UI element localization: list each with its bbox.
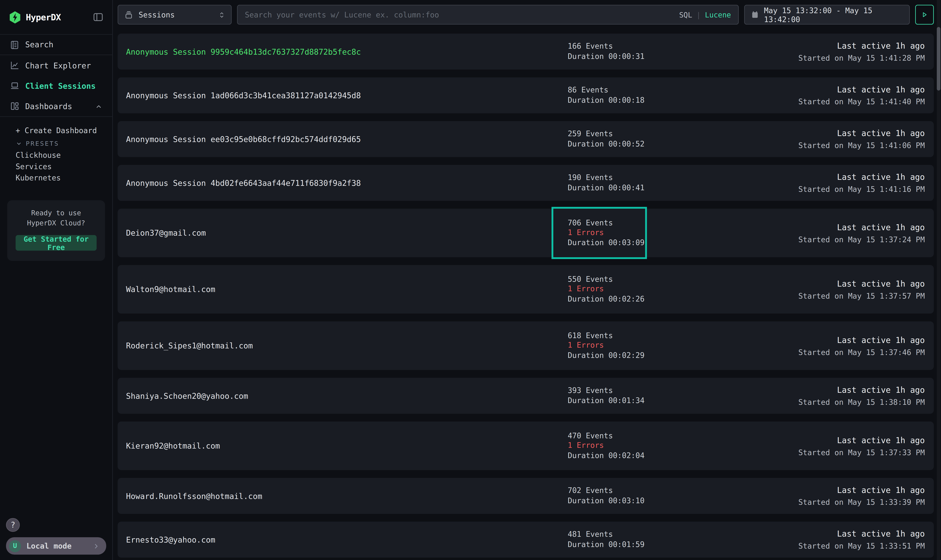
query-language-toggle: SQL | Lucene [679, 11, 731, 19]
session-events: 470 Events [568, 431, 645, 440]
session-times: Last active 1h ago Started on May 15 1:3… [798, 335, 925, 356]
session-events: 481 Events [568, 530, 645, 539]
session-times: Last active 1h ago Started on May 15 1:4… [798, 128, 925, 150]
session-started: Started on May 15 1:37:57 PM [798, 291, 925, 300]
preset-item-kubernetes[interactable]: Kubernetes [15, 172, 112, 183]
session-stats: 481 Events Duration 00:01:59 [568, 530, 645, 549]
session-duration: Duration 00:03:10 [568, 497, 645, 505]
session-row[interactable]: Ernesto33@yahoo.com 481 Events Duration … [117, 522, 933, 558]
presets-toggle[interactable]: PRESETS [15, 137, 112, 149]
sidebar-item-chart-explorer[interactable]: Chart Explorer [0, 55, 112, 75]
sidebar-item-label: Client Sessions [25, 81, 96, 90]
preset-item-services[interactable]: Services [15, 161, 112, 172]
session-events: 259 Events [568, 130, 645, 138]
session-row[interactable]: Roderick_Sipes1@hotmail.com 618 Events 1… [117, 322, 933, 370]
session-events: 393 Events [568, 386, 645, 395]
session-duration: Duration 00:02:26 [568, 295, 645, 304]
session-duration: Duration 00:02:04 [568, 451, 645, 460]
sidebar: HyperDX Search [0, 0, 113, 560]
session-stats: 259 Events Duration 00:00:52 [568, 130, 645, 148]
session-last-active: Last active 1h ago [837, 128, 925, 138]
sidebar-item-search[interactable]: Search [0, 35, 112, 55]
session-last-active: Last active 1h ago [837, 222, 925, 232]
session-duration: Duration 00:00:31 [568, 52, 645, 61]
session-row[interactable]: Anonymous Session ee03c95e0b68cffd92bc57… [117, 121, 933, 157]
session-row[interactable]: Anonymous Session 1ad066d3c3b41cea381127… [117, 77, 933, 113]
cloud-promo-text: Ready to use HyperDX Cloud? [15, 208, 97, 229]
session-started: Started on May 15 1:37:46 PM [798, 348, 925, 356]
chevron-down-icon [15, 140, 22, 147]
session-row[interactable]: Shaniya.Schoen20@yahoo.com 393 Events Du… [117, 378, 933, 414]
calendar-icon [751, 10, 759, 19]
session-started: Started on May 15 1:41:16 PM [798, 185, 925, 194]
session-duration: Duration 00:01:59 [568, 540, 645, 549]
session-last-active: Last active 1h ago [837, 41, 925, 51]
session-times: Last active 1h ago Started on May 15 1:4… [798, 172, 925, 194]
session-name: Shaniya.Schoen20@yahoo.com [126, 391, 248, 400]
create-dashboard-button[interactable]: + Create Dashboard [15, 124, 112, 136]
sessions-stack-icon [124, 10, 133, 20]
session-events: 618 Events [568, 331, 645, 340]
run-query-button[interactable] [915, 5, 934, 25]
session-last-active: Last active 1h ago [837, 85, 925, 94]
session-started: Started on May 15 1:41:40 PM [798, 97, 925, 106]
session-started: Started on May 15 1:33:51 PM [798, 542, 925, 550]
session-times: Last active 1h ago Started on May 15 1:4… [798, 41, 925, 62]
hyperdx-logo-icon [9, 11, 21, 24]
chevron-up-icon[interactable] [95, 102, 103, 110]
local-mode-button[interactable]: U Local mode [6, 537, 106, 555]
session-stats: 86 Events Duration 00:00:18 [568, 86, 645, 105]
sidebar-nav: Search Chart Explorer Cl [0, 34, 112, 117]
lucene-toggle[interactable]: Lucene [705, 11, 731, 19]
search-input[interactable] [245, 10, 673, 19]
session-events: 702 Events [568, 486, 645, 495]
session-started: Started on May 15 1:38:10 PM [798, 398, 925, 406]
session-errors: 1 Errors [568, 442, 645, 450]
session-name: Anonymous Session 4bd02fe6643aaf44e711f6… [126, 178, 361, 188]
session-times: Last active 1h ago Started on May 15 1:3… [798, 529, 925, 550]
language-divider: | [696, 11, 701, 19]
session-row[interactable]: Kieran92@hotmail.com 470 Events 1 Errors… [117, 422, 933, 470]
source-select[interactable]: Sessions [117, 5, 231, 25]
sidebar-item-client-sessions[interactable]: Client Sessions [0, 75, 112, 96]
session-duration: Duration 00:02:29 [568, 351, 645, 360]
sidebar-item-label: Chart Explorer [25, 61, 91, 70]
session-row[interactable]: Howard.Runolfsson@hotmail.com 702 Events… [117, 478, 933, 514]
dashboards-submenu: + Create Dashboard PRESETS Clickhouse Se… [0, 117, 112, 183]
session-row[interactable]: Walton9@hotmail.com 550 Events 1 Errors … [117, 265, 933, 314]
session-duration: Duration 00:00:41 [568, 183, 645, 192]
session-stats: 190 Events Duration 00:00:41 [568, 174, 645, 192]
session-duration: Duration 00:03:09 [568, 238, 645, 248]
session-times: Last active 1h ago Started on May 15 1:3… [798, 485, 925, 506]
search-box: SQL | Lucene [237, 5, 739, 25]
session-row[interactable]: Deion37@gmail.com 706 Events 1 Errors Du… [117, 209, 933, 257]
session-name: Deion37@gmail.com [126, 228, 206, 237]
sidebar-item-dashboards[interactable]: Dashboards [0, 96, 112, 116]
user-avatar: U [9, 540, 21, 552]
session-stats: 702 Events Duration 00:03:10 [568, 486, 645, 505]
app-title: HyperDX [26, 12, 61, 22]
session-last-active: Last active 1h ago [837, 278, 925, 288]
date-range-picker[interactable]: May 15 13:32:00 - May 15 13:42:00 [744, 5, 910, 25]
session-row[interactable]: Anonymous Session 4bd02fe6643aaf44e711f6… [117, 165, 933, 201]
preset-item-clickhouse[interactable]: Clickhouse [15, 149, 112, 161]
scrollbar-thumb[interactable] [937, 27, 940, 91]
session-row[interactable]: Anonymous Session 9959c464b13dc7637327d8… [117, 34, 933, 69]
sidebar-item-label: Dashboards [25, 102, 72, 111]
session-last-active: Last active 1h ago [837, 172, 925, 182]
presets-label: PRESETS [26, 140, 59, 147]
session-times: Last active 1h ago Started on May 15 1:4… [798, 85, 925, 106]
topbar: Sessions SQL | Lucene [113, 0, 941, 29]
sql-toggle[interactable]: SQL [679, 11, 692, 19]
sidebar-item-label: Search [25, 40, 53, 49]
get-started-button[interactable]: Get Started for Free [15, 235, 97, 250]
session-events: 86 Events [568, 86, 645, 95]
dashboards-grid-icon [10, 102, 19, 111]
logo-row: HyperDX [0, 0, 112, 34]
help-button[interactable]: ? [6, 518, 20, 532]
session-name: Roderick_Sipes1@hotmail.com [126, 341, 253, 350]
session-name: Anonymous Session ee03c95e0b68cffd92bc57… [126, 135, 361, 143]
session-started: Started on May 15 1:33:39 PM [798, 498, 925, 506]
app-window: HyperDX Search [0, 0, 941, 560]
sidebar-collapse-icon[interactable] [93, 12, 103, 22]
